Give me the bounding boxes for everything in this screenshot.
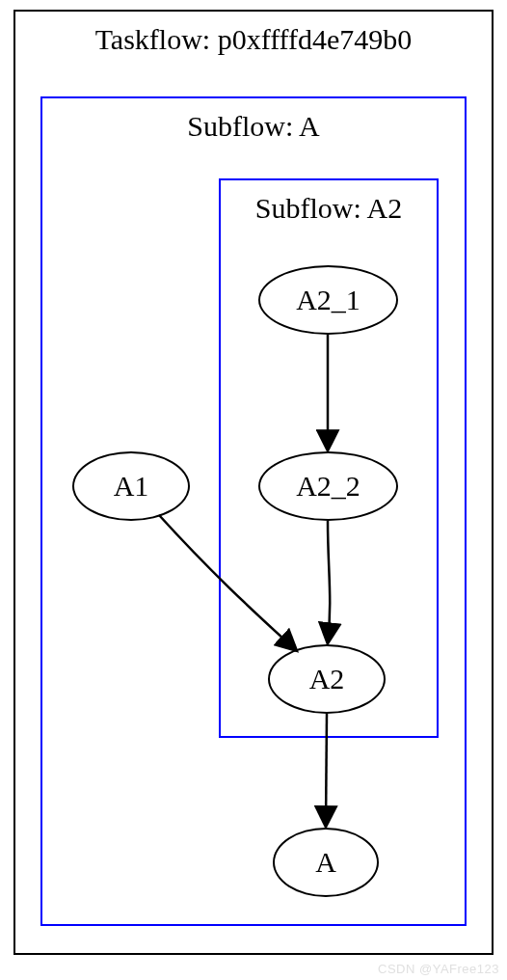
node-a-label: A: [315, 846, 336, 879]
node-a1-label: A1: [114, 470, 149, 503]
node-a: A: [273, 828, 379, 897]
node-a1: A1: [72, 451, 190, 521]
node-a2-2-label: A2_2: [296, 470, 360, 503]
subflow-a2-title: Subflow: A2: [221, 192, 437, 225]
node-a2: A2: [268, 644, 386, 714]
diagram-canvas: Taskflow: p0xffffd4e749b0 Subflow: A Sub…: [0, 0, 507, 980]
node-a2-label: A2: [309, 663, 345, 695]
node-a2-1-label: A2_1: [296, 284, 360, 316]
watermark: CSDN @YAFree123: [378, 962, 499, 976]
taskflow-title: Taskflow: p0xffffd4e749b0: [15, 23, 492, 56]
node-a2-1: A2_1: [258, 265, 398, 335]
node-a2-2: A2_2: [258, 451, 398, 521]
subflow-a-title: Subflow: A: [42, 110, 465, 143]
